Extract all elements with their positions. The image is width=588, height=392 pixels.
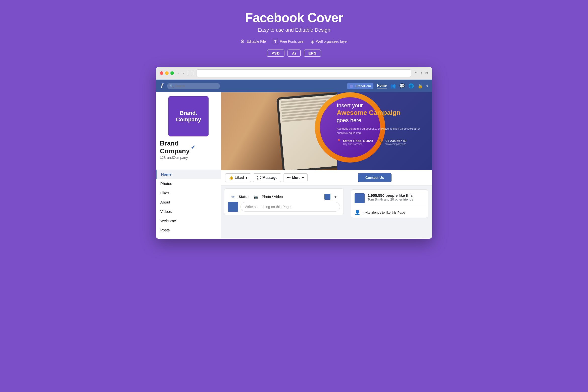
friends-icon[interactable]: 👥: [390, 83, 396, 89]
status-label: Status: [239, 195, 250, 199]
campaign-contact-row: 📍 Street Road, NO6/B City and Location 📞…: [337, 139, 427, 145]
phone-contact: 📞 01-234 567 89 www.company.site: [379, 139, 407, 145]
features-row: ⚙ Editable File T Free Fonts use ◈ Well …: [240, 38, 348, 44]
fb-search-input[interactable]: [167, 83, 220, 89]
liked-button[interactable]: 👍 Liked ▾: [225, 173, 251, 182]
messages-icon[interactable]: 💬: [399, 83, 405, 89]
post-color-picker[interactable]: [324, 194, 330, 200]
likes-count: 1,955.550 people like this: [368, 193, 424, 198]
badge-ai: Ai: [287, 50, 301, 57]
address-sub: City and Location: [343, 143, 373, 145]
fonts-icon: T: [273, 39, 278, 44]
location-icon: 📍: [337, 139, 341, 143]
fb-nav-right: BrandCom Home 👥 💬 🌐 🔒 ▾: [347, 83, 428, 89]
tabs-icon[interactable]: [188, 71, 193, 75]
more-dropdown-icon: ▾: [302, 176, 304, 180]
post-input-area: Write something on this Page...: [228, 200, 340, 212]
more-button[interactable]: ••• More ▾: [283, 173, 308, 182]
header-section: Facebook Cover Easy to use and Editable …: [240, 10, 348, 57]
more-dots-icon: •••: [287, 176, 291, 180]
nav-item-home[interactable]: Home: [156, 170, 221, 179]
lock-icon[interactable]: 🔒: [417, 83, 423, 89]
nav-item-about[interactable]: About: [156, 198, 221, 207]
address-contact: 📍 Street Road, NO6/B City and Location: [337, 139, 373, 145]
nav-item-likes[interactable]: Likes: [156, 188, 221, 198]
message-label: Message: [263, 176, 277, 180]
message-button[interactable]: 💬 Message: [253, 173, 281, 182]
campaign-goes: goes here: [337, 117, 427, 124]
maximize-button[interactable]: [170, 71, 174, 75]
brand-name: BrandCom: [355, 84, 371, 88]
invite-row[interactable]: 👤 Invite friends to like this Page: [351, 207, 428, 218]
address-value: Street Road, NO6/B: [343, 139, 373, 143]
profile-name: BrandCompany ✔: [160, 139, 217, 155]
fb-lower-right: 1,955.550 people like this Tom Smith and…: [347, 185, 432, 222]
profile-handle: @BrandCompany: [160, 156, 217, 160]
share-icon[interactable]: ↑: [420, 71, 422, 76]
campaign-desc: Aesthetic polaroid cred bespoke, chillwa…: [337, 127, 427, 135]
status-area: ✏ Status 📷 Photo / Video ▾ Write somethi…: [224, 188, 344, 215]
fb-home-nav[interactable]: Home: [377, 83, 387, 88]
minimize-button[interactable]: [165, 71, 169, 75]
nav-item-videos[interactable]: Videos: [156, 207, 221, 216]
invite-icon: 👤: [355, 210, 360, 215]
back-arrow[interactable]: ‹: [177, 71, 180, 76]
fb-action-bar: 👍 Liked ▾ 💬 Message ••• More ▾: [221, 170, 432, 185]
cover-photo: Insert your Awesome Campaign goes here A…: [221, 92, 432, 170]
feature-organized: ◈ Well organized layer: [311, 38, 348, 44]
likes-info: 1,955.550 people like this Tom Smith and…: [368, 193, 424, 201]
duplicate-icon[interactable]: ⧉: [425, 71, 428, 76]
campaign-text-overlay: Insert your Awesome Campaign goes here A…: [337, 102, 427, 145]
invite-text: Invite friends to like this Page: [363, 211, 405, 214]
contact-us-button[interactable]: Contact Us: [358, 173, 391, 182]
message-icon: 💬: [257, 176, 261, 180]
nav-item-posts[interactable]: Posts: [156, 225, 221, 235]
browser-actions: ↻ ↑ ⧉: [414, 71, 428, 76]
browser-window: ‹ › ↻ ↑ ⧉ f 🔍 BrandCom Home 👥 💬 🌐 🔒 ▾: [156, 67, 432, 239]
action-buttons-left: 👍 Liked ▾ 💬 Message ••• More ▾: [225, 173, 308, 182]
fb-nav-menu: Home Photos Likes About Videos Welcome P…: [156, 170, 221, 235]
badge-psd: PSD: [267, 50, 284, 57]
profile-area: Brand.Company BrandCompany ✔ @BrandCompa…: [156, 92, 221, 168]
forward-arrow[interactable]: ›: [182, 71, 185, 76]
editable-icon: ⚙: [240, 38, 245, 44]
profile-name-text: BrandCompany: [160, 139, 189, 155]
globe-icon[interactable]: 🌐: [408, 83, 414, 89]
post-placeholder: Write something on this Page...: [245, 205, 293, 209]
phone-value: 01-234 567 89: [385, 139, 407, 143]
subtitle: Easy to use and Editable Design: [240, 27, 348, 33]
fb-lower-left: ✏ Status 📷 Photo / Video ▾ Write somethi…: [221, 185, 347, 222]
badge-eps: EPS: [304, 50, 321, 57]
fb-content: Brand.Company BrandCompany ✔ @BrandCompa…: [156, 92, 432, 239]
close-button[interactable]: [160, 71, 163, 75]
page-title: Facebook Cover: [240, 10, 348, 25]
fb-main: Insert your Awesome Campaign goes here A…: [221, 92, 432, 239]
post-avatar: [228, 202, 238, 212]
fb-lower-content: ✏ Status 📷 Photo / Video ▾ Write somethi…: [221, 185, 432, 222]
status-row: ✏ Status 📷 Photo / Video ▾: [228, 192, 340, 200]
contact-btn-wrapper: Contact Us: [358, 173, 428, 182]
likes-avatar: [355, 193, 365, 203]
campaign-insert: Insert your: [337, 102, 427, 109]
dropdown-arrow[interactable]: ▾: [426, 84, 428, 88]
brand-color-indicator: [350, 85, 353, 88]
refresh-icon[interactable]: ↻: [414, 71, 417, 76]
edit-status-icon: ✏: [231, 194, 235, 199]
address-bar[interactable]: [196, 69, 411, 77]
nav-arrows: ‹ ›: [177, 71, 185, 76]
photo-video-label: Photo / Video: [262, 195, 283, 199]
browser-chrome: ‹ › ↻ ↑ ⧉: [156, 67, 432, 80]
verified-badge-icon: ✔: [191, 144, 195, 150]
camera-icon: 📷: [254, 195, 258, 199]
post-dropdown-arrow[interactable]: ▾: [334, 194, 336, 199]
organized-icon: ◈: [311, 38, 314, 44]
likes-widget: 1,955.550 people like this Tom Smith and…: [351, 189, 428, 218]
likes-desc: Tom Smith and 20 other friends: [368, 198, 424, 201]
editable-label: Editable File: [247, 39, 266, 43]
facebook-logo: f: [160, 82, 164, 90]
nav-item-photos[interactable]: Photos: [156, 179, 221, 188]
phone-icon: 📞: [379, 139, 383, 143]
post-text-input[interactable]: Write something on this Page...: [240, 202, 340, 212]
nav-item-welcome[interactable]: Welcome: [156, 216, 221, 225]
more-label: More: [292, 176, 300, 180]
